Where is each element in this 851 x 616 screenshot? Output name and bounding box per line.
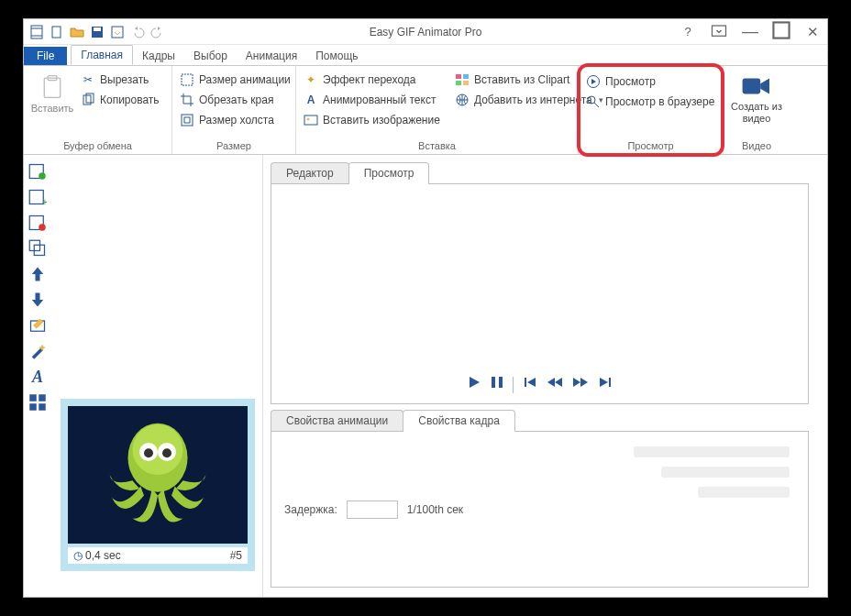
edit-frame-icon[interactable] <box>28 316 47 335</box>
minimize-icon[interactable]: — <box>741 22 759 41</box>
svg-point-45 <box>162 448 171 457</box>
svg-rect-29 <box>29 191 43 204</box>
paste-button[interactable]: Вставить <box>29 70 75 115</box>
svg-text:+: + <box>42 197 47 206</box>
file-tab[interactable]: File <box>24 47 67 65</box>
editor-tabstrip: Редактор Просмотр <box>271 162 809 184</box>
transition-button[interactable]: ✦Эффект перехода <box>302 72 442 88</box>
add-blank-frame-icon[interactable]: + <box>28 188 47 206</box>
editor-area: Редактор Просмотр <box>262 155 827 597</box>
crop-icon <box>180 93 194 107</box>
svg-point-17 <box>307 118 310 121</box>
svg-rect-3 <box>52 27 61 38</box>
delete-frame-icon[interactable] <box>28 214 47 232</box>
frame-card[interactable]: ◷0,4 sec #5 <box>61 399 255 571</box>
group-label-insert: Вставка <box>302 138 572 154</box>
svg-rect-36 <box>29 394 37 402</box>
anim-size-button[interactable]: Размер анимации <box>178 72 293 88</box>
svg-rect-16 <box>304 116 317 125</box>
copy-button[interactable]: Копировать <box>79 92 161 108</box>
browser-search-icon <box>586 94 601 109</box>
text-tool-icon[interactable]: A <box>28 368 47 386</box>
group-label-video: Видео <box>729 138 784 154</box>
open-folder-icon[interactable] <box>70 25 84 39</box>
help-icon[interactable]: ? <box>679 25 697 38</box>
playback-controls <box>467 375 613 394</box>
save-icon[interactable] <box>90 25 105 39</box>
svg-rect-19 <box>463 74 469 79</box>
tab-anim-properties[interactable]: Свойства анимации <box>271 410 403 431</box>
clock-icon: ◷ <box>73 549 83 562</box>
body-area: + A <box>24 155 827 597</box>
svg-rect-8 <box>773 22 789 38</box>
svg-rect-47 <box>499 377 503 388</box>
svg-rect-0 <box>31 26 42 38</box>
delay-input[interactable] <box>347 500 398 519</box>
svg-rect-13 <box>182 74 193 85</box>
properties-wrap: Свойства анимации Свойства кадра Задержк… <box>271 410 809 588</box>
move-up-icon[interactable] <box>28 265 47 283</box>
delay-label: Задержка: <box>284 503 337 516</box>
group-video: Создать из видео Видео <box>724 66 790 154</box>
anim-text-button[interactable]: AАнимированный текст <box>302 92 442 108</box>
canvas-size-button[interactable]: Размер холста <box>178 112 293 128</box>
play-icon[interactable] <box>467 375 481 394</box>
first-icon[interactable] <box>523 375 537 394</box>
scissors-icon: ✂ <box>81 72 95 87</box>
grid-icon[interactable] <box>28 393 47 412</box>
preview-browser-button[interactable]: Просмотр в браузере <box>584 94 716 110</box>
frame-number: #5 <box>230 549 242 562</box>
delay-unit: 1/100th сек <box>407 503 463 516</box>
tab-preview[interactable]: Просмотр <box>348 162 430 183</box>
tab-main[interactable]: Главная <box>71 45 133 65</box>
preview-button[interactable]: Просмотр <box>584 73 716 90</box>
frame-thumbnail <box>68 406 248 544</box>
svg-rect-9 <box>44 78 61 97</box>
tab-select[interactable]: Выбор <box>184 47 237 65</box>
image-icon <box>304 113 318 127</box>
next-icon[interactable] <box>572 375 589 394</box>
group-label-preview: Просмотр <box>584 138 717 154</box>
tab-frame-properties[interactable]: Свойства кадра <box>403 410 515 431</box>
wand-icon[interactable] <box>28 342 47 360</box>
tab-frames[interactable]: Кадры <box>133 47 184 65</box>
move-down-icon[interactable] <box>28 291 47 309</box>
pause-icon[interactable] <box>491 375 503 394</box>
svg-point-24 <box>588 96 595 104</box>
group-size: Размер анимации Обрезать края Размер хол… <box>172 66 296 154</box>
redo-icon[interactable] <box>150 25 165 39</box>
ribbon-toggle-icon[interactable] <box>710 21 728 42</box>
svg-point-32 <box>39 224 46 231</box>
svg-point-28 <box>39 172 46 180</box>
duplicate-frame-icon[interactable] <box>28 239 47 258</box>
clipart-icon <box>455 72 470 87</box>
group-preview: Просмотр Просмотр в браузере Просмотр <box>579 66 724 154</box>
text-a-icon: A <box>304 93 318 107</box>
undo-icon[interactable] <box>130 25 145 39</box>
cut-button[interactable]: ✂Вырезать <box>79 72 161 88</box>
svg-rect-6 <box>112 27 123 38</box>
create-from-video-button[interactable]: Создать из видео <box>730 70 783 124</box>
delay-row: Задержка: 1/100th сек <box>284 445 463 574</box>
svg-rect-49 <box>609 378 611 387</box>
svg-rect-38 <box>29 403 37 411</box>
tab-editor[interactable]: Редактор <box>271 162 349 183</box>
app-window: Easy GIF Animator Pro ? — ✕ File Главная… <box>23 18 828 598</box>
close-icon[interactable]: ✕ <box>803 24 822 40</box>
placeholder-line <box>661 467 790 478</box>
svg-point-44 <box>144 448 153 457</box>
octopus-icon <box>68 406 248 544</box>
tab-animation[interactable]: Анимация <box>237 47 306 65</box>
film-icon[interactable] <box>29 25 44 39</box>
svg-rect-26 <box>743 79 761 94</box>
add-frame-icon[interactable] <box>28 162 47 181</box>
prev-icon[interactable] <box>547 375 563 394</box>
crop-button[interactable]: Обрезать края <box>178 92 293 108</box>
new-file-icon[interactable] <box>50 25 64 39</box>
last-icon[interactable] <box>598 375 613 394</box>
tab-help[interactable]: Помощь <box>306 47 367 65</box>
insert-image-button[interactable]: Вставить изображение <box>302 112 442 128</box>
saveas-icon[interactable] <box>110 25 125 39</box>
video-camera-icon <box>741 73 772 99</box>
maximize-icon[interactable] <box>772 21 790 42</box>
